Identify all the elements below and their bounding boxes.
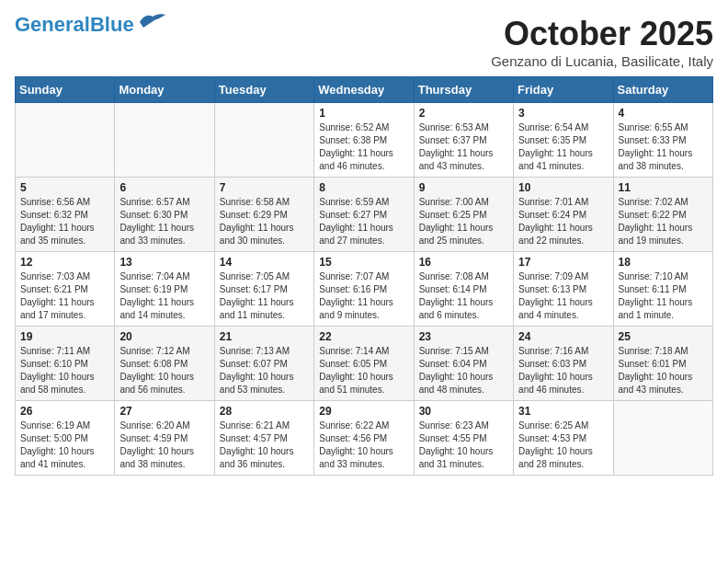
day-number: 18 [619,256,708,269]
calendar-day-12: 12Sunrise: 7:03 AMSunset: 6:21 PMDayligh… [16,252,115,327]
calendar-day-10: 10Sunrise: 7:01 AMSunset: 6:24 PMDayligh… [514,178,613,252]
calendar-day-4: 4Sunrise: 6:55 AMSunset: 6:33 PMDaylight… [613,103,712,178]
page-header: GeneralBlue October 2025 Genzano di Luca… [15,15,713,69]
calendar-day-16: 16Sunrise: 7:08 AMSunset: 6:14 PMDayligh… [414,252,513,327]
day-info: Sunrise: 6:56 AMSunset: 6:32 PMDaylight:… [20,196,109,247]
day-info: Sunrise: 6:21 AMSunset: 4:57 PMDaylight:… [220,419,309,471]
day-number: 8 [319,181,408,194]
calendar-empty-cell [115,103,214,178]
weekday-header-wednesday: Wednesday [314,77,414,103]
day-number: 26 [20,405,109,418]
day-info: Sunrise: 6:54 AMSunset: 6:35 PMDaylight:… [518,121,608,173]
day-number: 21 [220,330,309,343]
title-block: October 2025 Genzano di Lucania, Basilic… [491,15,713,69]
day-info: Sunrise: 7:03 AMSunset: 6:21 PMDaylight:… [20,270,109,322]
day-number: 28 [220,405,309,418]
calendar-day-7: 7Sunrise: 6:58 AMSunset: 6:29 PMDaylight… [214,178,313,252]
day-number: 10 [518,181,608,194]
calendar-day-27: 27Sunrise: 6:20 AMSunset: 4:59 PMDayligh… [115,401,214,476]
day-info: Sunrise: 6:53 AMSunset: 6:37 PMDaylight:… [419,121,508,173]
day-number: 27 [119,405,209,418]
day-info: Sunrise: 6:25 AMSunset: 4:53 PMDaylight:… [518,419,608,471]
day-info: Sunrise: 7:14 AMSunset: 6:05 PMDaylight:… [319,345,408,396]
day-number: 24 [518,330,608,343]
day-info: Sunrise: 6:23 AMSunset: 4:55 PMDaylight:… [419,419,508,471]
weekday-header-monday: Monday [115,77,214,103]
day-info: Sunrise: 7:11 AMSunset: 6:10 PMDaylight:… [20,345,109,396]
weekday-header-tuesday: Tuesday [214,77,313,103]
day-number: 12 [20,256,109,269]
day-number: 22 [319,330,408,343]
day-number: 23 [419,330,508,343]
day-number: 14 [220,256,309,269]
day-number: 19 [20,330,109,343]
day-number: 30 [419,405,508,418]
calendar-week-row: 26Sunrise: 6:19 AMSunset: 5:00 PMDayligh… [16,401,713,476]
weekday-header-thursday: Thursday [414,77,513,103]
calendar-day-14: 14Sunrise: 7:05 AMSunset: 6:17 PMDayligh… [214,252,313,327]
day-info: Sunrise: 7:10 AMSunset: 6:11 PMDaylight:… [619,270,708,322]
day-info: Sunrise: 7:00 AMSunset: 6:25 PMDaylight:… [419,196,508,247]
calendar-day-15: 15Sunrise: 7:07 AMSunset: 6:16 PMDayligh… [314,252,414,327]
calendar-day-21: 21Sunrise: 7:13 AMSunset: 6:07 PMDayligh… [214,327,313,401]
calendar-day-22: 22Sunrise: 7:14 AMSunset: 6:05 PMDayligh… [314,327,414,401]
calendar-day-1: 1Sunrise: 6:52 AMSunset: 6:38 PMDaylight… [314,103,414,178]
day-info: Sunrise: 6:52 AMSunset: 6:38 PMDaylight:… [319,121,408,173]
calendar-day-23: 23Sunrise: 7:15 AMSunset: 6:04 PMDayligh… [414,327,513,401]
day-number: 29 [319,405,408,418]
day-info: Sunrise: 6:20 AMSunset: 4:59 PMDaylight:… [119,419,209,471]
day-number: 13 [119,256,209,269]
calendar-day-6: 6Sunrise: 6:57 AMSunset: 6:30 PMDaylight… [115,178,214,252]
calendar-week-row: 5Sunrise: 6:56 AMSunset: 6:32 PMDaylight… [16,178,713,252]
day-info: Sunrise: 6:59 AMSunset: 6:27 PMDaylight:… [319,196,408,247]
day-info: Sunrise: 7:02 AMSunset: 6:22 PMDaylight:… [619,196,708,247]
calendar-day-2: 2Sunrise: 6:53 AMSunset: 6:37 PMDaylight… [414,103,513,178]
day-info: Sunrise: 7:15 AMSunset: 6:04 PMDaylight:… [419,345,508,396]
day-info: Sunrise: 7:18 AMSunset: 6:01 PMDaylight:… [619,345,708,396]
calendar-day-19: 19Sunrise: 7:11 AMSunset: 6:10 PMDayligh… [16,327,115,401]
calendar-day-8: 8Sunrise: 6:59 AMSunset: 6:27 PMDaylight… [314,178,414,252]
day-number: 4 [619,107,708,120]
calendar-week-row: 12Sunrise: 7:03 AMSunset: 6:21 PMDayligh… [16,252,713,327]
calendar-day-17: 17Sunrise: 7:09 AMSunset: 6:13 PMDayligh… [514,252,613,327]
calendar-day-13: 13Sunrise: 7:04 AMSunset: 6:19 PMDayligh… [115,252,214,327]
calendar-day-3: 3Sunrise: 6:54 AMSunset: 6:35 PMDaylight… [514,103,613,178]
day-number: 16 [419,256,508,269]
calendar-day-18: 18Sunrise: 7:10 AMSunset: 6:11 PMDayligh… [613,252,712,327]
day-number: 7 [220,181,309,194]
logo-bird-icon [138,11,167,31]
calendar-day-29: 29Sunrise: 6:22 AMSunset: 4:56 PMDayligh… [314,401,414,476]
calendar-day-28: 28Sunrise: 6:21 AMSunset: 4:57 PMDayligh… [214,401,313,476]
day-info: Sunrise: 6:19 AMSunset: 5:00 PMDaylight:… [20,419,109,471]
day-info: Sunrise: 7:09 AMSunset: 6:13 PMDaylight:… [518,270,608,322]
day-info: Sunrise: 6:57 AMSunset: 6:30 PMDaylight:… [119,196,209,247]
logo-text: GeneralBlue [15,15,134,35]
calendar-week-row: 19Sunrise: 7:11 AMSunset: 6:10 PMDayligh… [16,327,713,401]
weekday-header-sunday: Sunday [16,77,115,103]
day-number: 11 [619,181,708,194]
day-info: Sunrise: 7:08 AMSunset: 6:14 PMDaylight:… [419,270,508,322]
calendar-day-24: 24Sunrise: 7:16 AMSunset: 6:03 PMDayligh… [514,327,613,401]
calendar-empty-cell [16,103,115,178]
calendar-day-26: 26Sunrise: 6:19 AMSunset: 5:00 PMDayligh… [16,401,115,476]
calendar-week-row: 1Sunrise: 6:52 AMSunset: 6:38 PMDaylight… [16,103,713,178]
day-number: 6 [119,181,209,194]
day-number: 2 [419,107,508,120]
day-number: 25 [619,330,708,343]
weekday-header-row: SundayMondayTuesdayWednesdayThursdayFrid… [16,77,713,103]
day-info: Sunrise: 7:05 AMSunset: 6:17 PMDaylight:… [220,270,309,322]
weekday-header-friday: Friday [514,77,613,103]
calendar-day-31: 31Sunrise: 6:25 AMSunset: 4:53 PMDayligh… [514,401,613,476]
day-info: Sunrise: 7:07 AMSunset: 6:16 PMDaylight:… [319,270,408,322]
calendar-day-20: 20Sunrise: 7:12 AMSunset: 6:08 PMDayligh… [115,327,214,401]
calendar-day-30: 30Sunrise: 6:23 AMSunset: 4:55 PMDayligh… [414,401,513,476]
day-number: 1 [319,107,408,120]
calendar-day-11: 11Sunrise: 7:02 AMSunset: 6:22 PMDayligh… [613,178,712,252]
day-number: 9 [419,181,508,194]
main-title: October 2025 [491,15,713,53]
calendar-table: SundayMondayTuesdayWednesdayThursdayFrid… [15,76,713,476]
day-info: Sunrise: 6:55 AMSunset: 6:33 PMDaylight:… [619,121,708,173]
weekday-header-saturday: Saturday [613,77,712,103]
day-info: Sunrise: 7:13 AMSunset: 6:07 PMDaylight:… [220,345,309,396]
day-info: Sunrise: 6:22 AMSunset: 4:56 PMDaylight:… [319,419,408,471]
